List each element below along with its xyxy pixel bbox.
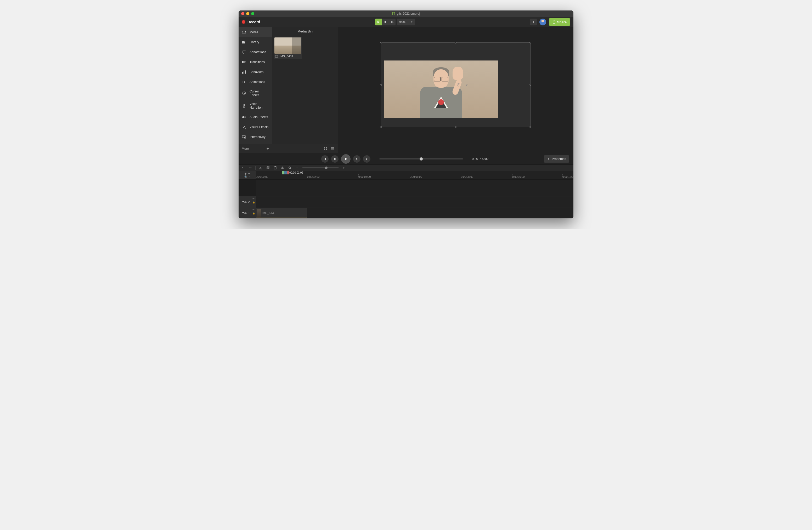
next-clip-button[interactable] (363, 155, 371, 163)
playhead-marker[interactable] (282, 171, 289, 175)
hand-icon (383, 20, 387, 24)
resize-handle-tc[interactable] (455, 42, 456, 43)
zoom-out-button[interactable]: − (295, 166, 300, 170)
track-visible-icon[interactable]: 👁 (252, 197, 255, 200)
sidebar-item-label: Cursor Effects (249, 89, 269, 97)
crop-tool-button[interactable] (389, 18, 395, 25)
video-content (415, 66, 467, 118)
canvas-tools (375, 18, 395, 25)
resize-handle-bl[interactable] (380, 126, 382, 128)
library-icon (242, 40, 246, 44)
timeline-search-button[interactable] (288, 166, 292, 170)
split-button[interactable] (280, 166, 285, 170)
svg-rect-48 (283, 167, 284, 169)
pan-tool-button[interactable] (382, 18, 389, 25)
zoom-in-button[interactable]: + (342, 166, 346, 170)
svg-rect-14 (242, 72, 243, 73)
media-item[interactable]: IMG_5439 (274, 37, 302, 59)
sidebar-item-interactivity[interactable]: Interactivity (238, 132, 272, 142)
track-content[interactable]: IMG_5439 (256, 207, 574, 218)
timeline-zoom-slider[interactable] (302, 167, 339, 168)
sidebar-item-cursor-effects[interactable]: Cursor Effects (238, 87, 272, 99)
timeline-clip[interactable]: IMG_5439 (256, 208, 307, 218)
rotate-handle[interactable]: ✕ (457, 83, 467, 86)
redo-button[interactable]: ↷ (248, 166, 253, 170)
grid-view-button[interactable] (323, 146, 328, 151)
more-label[interactable]: More (242, 147, 249, 151)
share-button[interactable]: Share (549, 18, 570, 26)
track-header[interactable]: Track 2 👁🔒 (238, 196, 256, 207)
paste-button[interactable] (273, 166, 278, 170)
search-marker-button[interactable]: 🔍 (244, 176, 247, 178)
sidebar-item-animations[interactable]: Animations (238, 77, 272, 87)
track-visible-icon[interactable]: 👁 (252, 208, 255, 211)
resize-handle-tr[interactable] (530, 42, 531, 43)
resize-handle-ml[interactable] (380, 84, 382, 86)
resize-handle-tl[interactable] (380, 42, 382, 43)
select-tool-button[interactable] (375, 18, 382, 25)
track-lock-icon[interactable]: 🔒 (252, 212, 255, 214)
download-button[interactable] (530, 18, 537, 25)
resize-handle-br[interactable] (530, 126, 531, 128)
ruler-tick: 0:00:00;00 (256, 176, 268, 178)
add-track-button[interactable]: + (248, 172, 250, 175)
sidebar-item-library[interactable]: Library (238, 37, 272, 47)
sidebar-item-visual-effects[interactable]: Visual Effects (238, 122, 272, 132)
annotations-icon (242, 50, 246, 54)
scrubber-thumb[interactable] (420, 157, 423, 161)
add-button[interactable]: + (266, 147, 269, 151)
sidebar-item-transitions[interactable]: Transitions (238, 57, 272, 67)
crop-icon (390, 20, 394, 24)
add-marker-button[interactable]: ◆ (245, 172, 247, 175)
close-window-button[interactable] (241, 12, 244, 15)
sidebar-item-annotations[interactable]: Annotations (238, 47, 272, 57)
svg-rect-37 (332, 149, 334, 149)
play-button[interactable] (341, 154, 350, 164)
track-lock-icon[interactable]: 🔒 (252, 201, 255, 204)
sidebar-item-behaviors[interactable]: Behaviors (238, 67, 272, 77)
traffic-lights (241, 12, 254, 15)
record-button[interactable]: Record (242, 20, 260, 24)
properties-button[interactable]: Properties (544, 155, 569, 163)
prev-clip-button[interactable] (353, 155, 361, 163)
next-frame-button[interactable] (331, 155, 338, 163)
resize-handle-mr[interactable] (530, 84, 531, 86)
prev-frame-button[interactable] (321, 155, 329, 163)
media-bin: Media Bin IMG_5439 (272, 27, 338, 153)
copy-button[interactable] (265, 166, 270, 170)
track-content[interactable] (256, 196, 574, 207)
tracks-area: Track 2 👁🔒 Track 1 👁🔒 IMG_5439 (238, 180, 574, 219)
ruler-tick: 0:00:04;00 (358, 176, 371, 178)
sidebar-item-media[interactable]: Media (238, 27, 272, 37)
canvas-zoom-select[interactable]: 96% ▼ (397, 18, 415, 25)
svg-rect-11 (242, 51, 246, 53)
svg-rect-33 (326, 149, 327, 150)
svg-point-40 (548, 158, 549, 159)
zoom-slider-thumb[interactable] (325, 167, 328, 169)
cut-button[interactable] (258, 166, 263, 170)
user-avatar[interactable] (539, 18, 546, 25)
canvas-area[interactable]: ✕ (338, 27, 574, 153)
collapse-tracks-button[interactable]: ˅ (249, 176, 250, 178)
svg-rect-12 (242, 61, 244, 63)
download-icon (532, 20, 535, 24)
svg-rect-6 (245, 32, 246, 32)
sidebar-item-audio-effects[interactable]: Audio Effects (238, 112, 272, 122)
svg-rect-16 (245, 70, 246, 73)
resize-handle-bc[interactable] (455, 126, 456, 128)
playback-timecode: 00:01/00:02 (472, 157, 489, 161)
undo-button[interactable]: ↶ (241, 166, 245, 170)
properties-label: Properties (552, 157, 566, 161)
track-header[interactable]: Track 1 👁🔒 (238, 207, 256, 218)
sidebar-item-label: Media (249, 30, 258, 34)
minimize-window-button[interactable] (246, 12, 249, 15)
media-bin-footer (272, 144, 338, 153)
canvas-selection-frame[interactable]: ✕ (381, 42, 531, 127)
timeline-ruler[interactable]: 00:00:01;02 0:00:00;00 0:00:02;00 0:00:0… (256, 171, 574, 179)
playhead-time-label: 00:00:01;02 (289, 171, 303, 174)
maximize-window-button[interactable] (251, 12, 254, 15)
playback-scrubber[interactable] (379, 158, 463, 159)
svg-rect-7 (245, 33, 246, 33)
list-view-button[interactable] (330, 146, 335, 151)
sidebar-item-voice-narration[interactable]: Voice Narration (238, 99, 272, 112)
